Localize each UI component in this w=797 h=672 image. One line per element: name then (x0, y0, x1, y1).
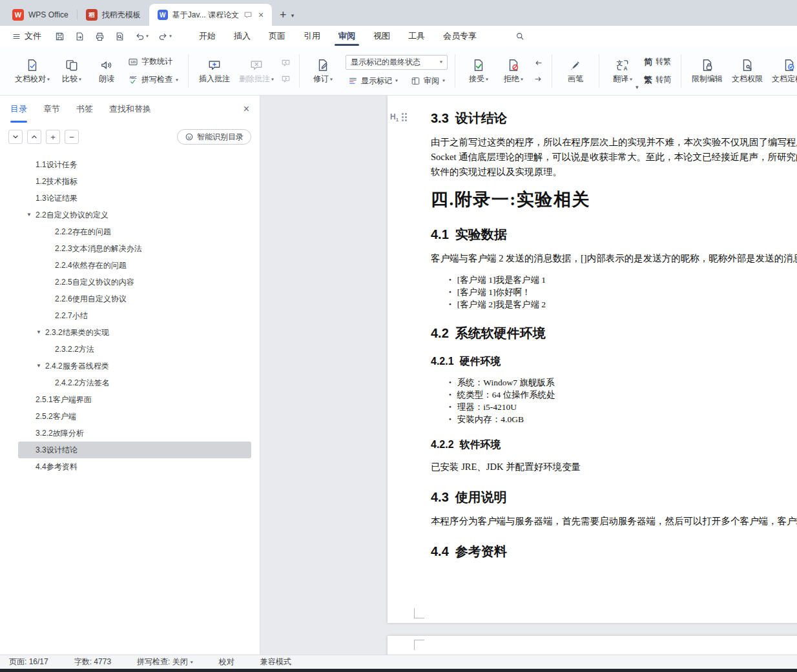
sidebar-tab[interactable]: 书签 (76, 96, 93, 123)
close-tab-icon[interactable]: × (258, 10, 264, 19)
smart-toc-button[interactable]: 智能识别目录 (177, 129, 251, 145)
toc-item[interactable]: 4.4参考资料 (18, 458, 251, 475)
doc-heading[interactable]: 4.2.2软件环境 (431, 438, 797, 452)
doc-paragraph[interactable]: 由于之前写过这类的程序，所以在程序层次上的实现并不难，本次实验不仅巩固了编写程序… (431, 135, 797, 179)
collapse-triangle-icon[interactable]: ▼ (26, 207, 32, 223)
collapse-triangle-icon[interactable]: ▼ (36, 358, 41, 374)
menu-tab[interactable]: 审阅 (329, 26, 364, 46)
doc-heading[interactable]: 四.附录一:实验相关 (431, 187, 797, 212)
toc-item[interactable]: 2.5.2客户端 (18, 408, 251, 425)
next-document-page[interactable] (388, 636, 797, 655)
previous-comment-button[interactable] (280, 57, 292, 69)
read-aloud-button[interactable]: 朗读 (90, 51, 123, 91)
toc-item[interactable]: ▼2.3.2结果类的实现 (18, 324, 251, 341)
search-button[interactable] (513, 29, 527, 43)
markup-state-dropdown[interactable]: 显示标记的最终状态 ▾ (346, 55, 448, 70)
collapse-triangle-icon[interactable]: ▼ (36, 324, 41, 341)
toc-item[interactable]: 1.2技术指标 (18, 173, 251, 190)
doc-bullet-list[interactable]: •[客户端 1]我是客户端 1•[客户端 1]你好啊！•[客户端 2]我是客户端… (431, 274, 797, 311)
ribbon-more-chevron-icon[interactable]: ▾ (636, 84, 639, 90)
toc-collapse-all-button[interactable]: − (65, 130, 79, 144)
doc-heading[interactable]: 4.3使用说明 (431, 489, 797, 506)
sidebar-tab[interactable]: 章节 (43, 96, 60, 123)
doc-paragraph[interactable]: 本程序分为客户端与服务器端，首先需要启动服务器端，然后可以打开多个客户端，客户端… (431, 514, 797, 529)
save-button[interactable] (53, 30, 67, 43)
toc-item[interactable]: ▼2.2自定义协议的定义 (18, 207, 251, 223)
toc-item[interactable]: ▼2.4.2服务器线程类 (18, 358, 251, 374)
chevron-down-icon[interactable]: ▾ (169, 34, 172, 39)
doc-permission-button[interactable]: 文档权限 (729, 51, 766, 91)
toc-item[interactable]: 2.3.2.2方法 (18, 341, 251, 358)
toc-item[interactable]: 2.4.2.2方法签名 (18, 374, 251, 391)
page-indicator[interactable]: 页面: 16/17 (9, 657, 48, 667)
menu-tab[interactable]: 视图 (364, 26, 399, 46)
accept-change-button[interactable]: 接受▾ (462, 51, 495, 91)
doc-heading[interactable]: 3.3设计结论 (431, 110, 797, 127)
to-traditional-button[interactable]: 简 转繁 (641, 56, 674, 68)
track-changes-button[interactable]: 修订▾ (307, 51, 339, 91)
word-count-indicator[interactable]: 字数: 4773 (74, 657, 111, 667)
translate-button[interactable]: 文A 翻译▾ (606, 51, 639, 91)
reject-change-button[interactable]: 拒绝▾ (497, 51, 530, 91)
next-change-button[interactable] (532, 73, 544, 85)
chevron-down-icon[interactable]: ▾ (146, 34, 149, 39)
word-count-button[interactable]: 123 字数统计 (125, 56, 181, 68)
app-tab-document[interactable]: W 基于Jav... 课程论文 × (149, 4, 272, 26)
redo-button[interactable]: ▾ (156, 30, 173, 43)
toc-item[interactable]: 2.2.4依然存在的问题 (18, 257, 251, 274)
doc-proof-button[interactable]: 文档校对▾ (12, 51, 53, 91)
sidebar-tab[interactable]: 目录 (10, 96, 27, 123)
insert-comment-button[interactable]: 插入批注 (196, 51, 233, 91)
toc-item[interactable]: 2.2.2存在的问题 (18, 223, 251, 240)
spell-check-indicator[interactable]: 拼写检查: 关闭 ▾ (137, 657, 193, 667)
menu-tab[interactable]: 页面 (260, 26, 295, 46)
new-tab-button[interactable]: + (280, 9, 287, 21)
menu-tab[interactable]: 工具 (399, 26, 434, 46)
previous-change-button[interactable] (532, 57, 544, 69)
undo-button[interactable]: ▾ (133, 30, 150, 43)
document-page[interactable]: H1 3.3设计结论由于之前写过这类的程序，所以在程序层次上的实现并不难，本次实… (388, 96, 797, 623)
delete-comment-button[interactable]: 删除批注▾ (236, 51, 277, 91)
new-tab-chevron-icon[interactable]: ▾ (291, 12, 295, 19)
file-menu-button[interactable]: 文件 (6, 30, 47, 42)
menu-tab[interactable]: 开始 (190, 26, 225, 46)
proofread-button[interactable]: 校对 (219, 657, 234, 667)
spell-check-button[interactable]: ABC 拼写检查▾ (125, 74, 181, 86)
toc-item[interactable]: 3.2.2故障分析 (18, 425, 251, 442)
app-tab-wps-home[interactable]: W WPS Office (4, 4, 77, 26)
toc-item[interactable]: 2.2.6使用自定义协议 (18, 290, 251, 307)
paragraph-handle[interactable]: H1 (390, 112, 408, 123)
review-pane-button[interactable]: 审阅▾ (408, 75, 448, 87)
app-tab-docer-template[interactable]: 稻 找稻壳模板 (78, 4, 149, 26)
doc-heading[interactable]: 4.2系统软硬件环境 (431, 325, 797, 342)
doc-paragraph[interactable]: 已安装 JRE、JDK 并配置好环境变量 (431, 460, 797, 474)
doc-heading[interactable]: 4.2.1硬件环境 (431, 355, 797, 369)
heading-level-icon[interactable]: H1 (390, 112, 398, 123)
menu-tab[interactable]: 会员专享 (434, 26, 486, 46)
show-markup-button[interactable]: 显示标记▾ (346, 75, 400, 87)
document-area[interactable]: H1 3.3设计结论由于之前写过这类的程序，所以在程序层次上的实现并不难，本次实… (260, 96, 797, 655)
restrict-edit-button[interactable]: 限制编辑 (688, 51, 726, 91)
toc-expand-all-button[interactable]: + (46, 130, 60, 144)
doc-paragraph[interactable]: 客户端与客户端 2 发送的消息数据，[]内部表示的是发送方的昵称，昵称外部是发送… (431, 251, 797, 266)
export-button[interactable] (73, 30, 87, 43)
compat-mode-indicator[interactable]: 兼容模式 (260, 657, 291, 667)
print-preview-button[interactable] (113, 30, 127, 43)
menu-tab[interactable]: 插入 (225, 26, 260, 46)
toc-item[interactable]: 3.3设计结论 (18, 442, 251, 458)
toc-next-heading-button[interactable] (8, 130, 23, 144)
comment-indicator-icon[interactable] (243, 10, 253, 19)
sidebar-tab[interactable]: 查找和替换 (109, 96, 151, 123)
pen-button[interactable]: 画笔 (559, 51, 592, 91)
toc-item[interactable]: 1.1设计任务 (18, 156, 251, 173)
compare-button[interactable]: 比较▾ (56, 51, 88, 91)
toc-item[interactable]: 1.3论证结果 (18, 190, 251, 207)
doc-heading[interactable]: 4.4参考资料 (431, 543, 797, 560)
doc-heading[interactable]: 4.1实验数据 (431, 226, 797, 243)
toc-item[interactable]: 2.2.7小结 (18, 307, 251, 324)
toc-item[interactable]: 2.5.1客户端界面 (18, 391, 251, 408)
toc-item[interactable]: 2.2.3文本消息的解决办法 (18, 240, 251, 257)
next-comment-button[interactable] (280, 73, 292, 85)
to-simplified-button[interactable]: 繁 转简 (641, 74, 674, 86)
doc-bullet-list[interactable]: •系统：Window7 旗舰版系•统类型：64 位操作系统处•理器：i5-421… (431, 376, 797, 425)
